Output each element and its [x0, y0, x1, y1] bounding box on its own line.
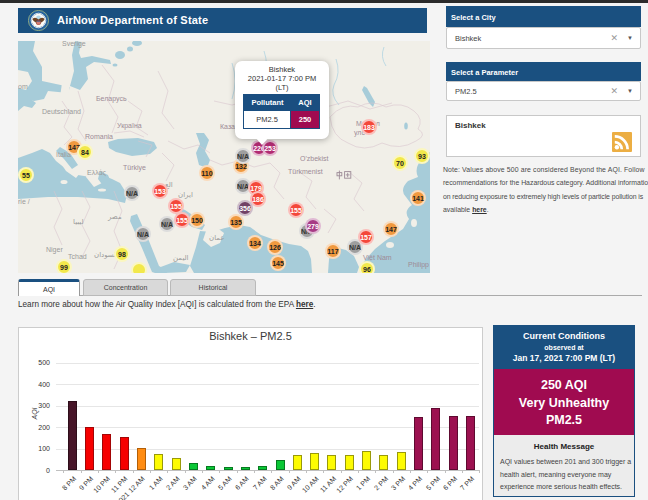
svg-text:مصر: مصر	[107, 213, 122, 221]
svg-text:om: om	[18, 83, 28, 90]
svg-text:Việt Nam: Việt Nam	[363, 254, 392, 261]
svg-text:Tchad: Tchad	[68, 253, 87, 260]
svg-text:Türkiye: Türkiye	[123, 164, 146, 172]
svg-text:Niger: Niger	[46, 246, 63, 254]
svg-text:ليبيا: ليبيا	[73, 218, 84, 225]
svg-text:O'zbekist: O'zbekist	[300, 155, 329, 162]
svg-text:Philipp: Philipp	[408, 261, 429, 269]
svg-text:Sverige: Sverige	[62, 41, 86, 48]
svg-text:اليمن: اليمن	[173, 254, 189, 262]
svg-text:Україна: Україна	[117, 122, 142, 130]
svg-text:rie /: rie /	[18, 198, 30, 205]
svg-text:Türkmenist: Türkmenist	[288, 168, 323, 175]
svg-text:Deutschland: Deutschland	[42, 108, 81, 115]
svg-text:Ελλάς: Ελλάς	[87, 169, 107, 177]
svg-text:Romania: Romania	[85, 133, 113, 140]
svg-text:Беларусь: Беларусь	[96, 95, 127, 103]
svg-text:ایران: ایران	[178, 191, 193, 199]
svg-text:عمان: عمان	[209, 234, 225, 241]
